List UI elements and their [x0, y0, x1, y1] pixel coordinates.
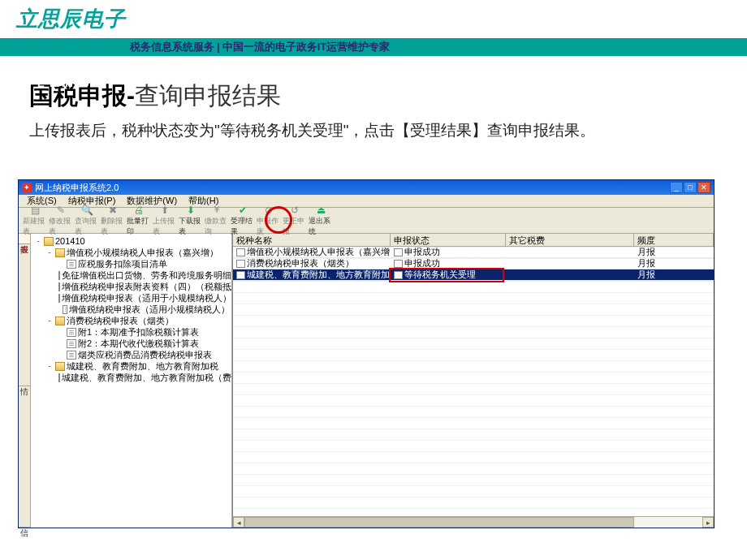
- doc-icon: [67, 339, 76, 348]
- tree-item[interactable]: 烟类应税消费品消费税纳税申报表: [57, 349, 230, 360]
- tb-correct[interactable]: ↺更正申报: [282, 209, 308, 233]
- cell-freq: 月报: [634, 258, 714, 269]
- logo-en: E-LANXUM: [37, 77, 100, 89]
- tree-item[interactable]: 城建税、教育费附加、地方教育附加税（费）申报表: [57, 372, 230, 383]
- scrollbar-horizontal[interactable]: ◂ ▸: [233, 516, 714, 528]
- correct-icon: ↺: [288, 205, 301, 216]
- tagline: 税务信息系统服务|中国一流的电子政务IT运营维护专家: [130, 40, 390, 54]
- doc-icon: [58, 271, 60, 280]
- tb-edit-label: 修改报表: [49, 216, 73, 237]
- tb-print[interactable]: 🖨批量打印: [126, 209, 152, 233]
- col-status[interactable]: 申报状态: [391, 234, 506, 246]
- col-freq[interactable]: 频度: [634, 234, 714, 246]
- menu-data[interactable]: 数据维护(W): [122, 194, 182, 208]
- doc-icon: [67, 351, 76, 360]
- tree-item[interactable]: 增值税纳税申报表附表资料（四）（税额抵减情况表）: [57, 281, 230, 292]
- cell-freq: 月报: [634, 247, 714, 257]
- grid-row[interactable]: 增值税小规模纳税人申报表（嘉兴增） 申报成功 月报: [233, 247, 714, 258]
- scroll-left-button[interactable]: ◂: [233, 517, 244, 528]
- doc-icon: [63, 305, 68, 314]
- cell-other: [506, 258, 634, 269]
- tb-void[interactable]: ⊘申报作废: [256, 209, 282, 233]
- tb-new[interactable]: ▤新建报表: [22, 209, 48, 233]
- grid-row-selected[interactable]: 城建税、教育费附加、地方教育附加税 等待税务机关受理 月报: [233, 269, 714, 281]
- titlebar[interactable]: ✦ 网上纳税申报系统2.0 _ □ ✕: [19, 180, 714, 195]
- tb-download-label: 下载报表: [179, 216, 203, 237]
- tree-item-label: 应税服务扣除项目清单: [78, 258, 167, 269]
- maximize-button[interactable]: □: [684, 182, 697, 193]
- tb-print-label: 批量打印: [127, 216, 151, 237]
- tb-payment[interactable]: ￥缴款查询: [204, 209, 230, 233]
- tb-void-label: 申报作废: [257, 216, 281, 237]
- col-other[interactable]: 其它税费: [506, 234, 634, 246]
- folder-open-icon: [55, 362, 65, 371]
- cell-name: 城建税、教育费附加、地方教育附加税: [233, 269, 391, 280]
- page-desc: 上传报表后，税种状态变为"等待税务机关受理"，点击【受理结果】查询申报结果。: [29, 119, 718, 143]
- tree-root-label: 201410: [55, 235, 85, 247]
- scroll-thumb[interactable]: [244, 517, 634, 528]
- minimize-button[interactable]: _: [670, 182, 683, 193]
- tb-delete[interactable]: ✖删除报表: [100, 209, 126, 233]
- doc-icon: [67, 260, 76, 269]
- tree-group-2-label: 城建税、教育费附加、地方教育附加税: [67, 360, 218, 372]
- tb-correct-label: 更正申报: [283, 216, 307, 237]
- tree-item[interactable]: 增值税纳税申报表（适用于小规模纳税人）附列资料: [57, 292, 230, 304]
- tb-query[interactable]: 🔍查询报表: [74, 209, 100, 233]
- tb-exit[interactable]: ⏏退出系统: [308, 209, 334, 233]
- tree-item[interactable]: 应税服务扣除项目清单: [57, 258, 230, 269]
- doc-icon: [58, 294, 60, 303]
- print-icon: 🖨: [132, 205, 145, 216]
- logo-cn: 立思辰电子: [16, 5, 126, 33]
- tree-item[interactable]: 增值税纳税申报表（适用小规模纳税人）: [57, 304, 230, 315]
- payment-icon: ￥: [210, 205, 223, 216]
- tb-query-label: 查询报表: [75, 216, 99, 237]
- upload-icon: ⬆: [158, 205, 171, 216]
- doc-icon: [58, 373, 60, 382]
- close-button[interactable]: ✕: [697, 182, 710, 193]
- tree-item[interactable]: 免征增值税出口货物、劳务和跨境服务明细表: [57, 269, 230, 281]
- tagline-a: 税务信息系统服务: [130, 41, 214, 53]
- cell-status: 等待税务机关受理: [391, 269, 506, 280]
- doc-icon: [67, 328, 76, 337]
- tree[interactable]: -201410 -增值税小规模纳税人申报表（嘉兴增） 应税服务扣除项目清单 免征…: [32, 235, 230, 383]
- cell-status: 申报成功: [391, 247, 506, 257]
- delete-icon: ✖: [106, 205, 119, 216]
- tree-item[interactable]: 附1：本期准予扣除税额计算表: [57, 326, 230, 338]
- tb-result[interactable]: ✔受理结果: [230, 209, 256, 233]
- tb-delete-label: 删除报表: [101, 216, 125, 237]
- cell-name: 增值税小规模纳税人申报表（嘉兴增）: [233, 247, 391, 257]
- scroll-right-button[interactable]: ▸: [702, 517, 714, 528]
- tb-upload-label: 上传报表: [153, 216, 177, 237]
- exit-icon: ⏏: [314, 205, 327, 216]
- app-window: ✦ 网上纳税申报系统2.0 _ □ ✕ 系统(S) 纳税申报(P) 数据维护(W…: [18, 179, 715, 528]
- tb-edit[interactable]: ✎修改报表: [48, 209, 74, 233]
- vtab-info1[interactable]: 情: [19, 376, 30, 386]
- tree-group-2[interactable]: -城建税、教育费附加、地方教育附加税: [45, 360, 230, 372]
- tb-download[interactable]: ⬇下载报表: [178, 209, 204, 233]
- vtab-info2[interactable]: 信: [19, 517, 30, 528]
- cell-other: [506, 247, 634, 257]
- tree-group-0[interactable]: -增值税小规模纳税人申报表（嘉兴增）: [45, 247, 230, 258]
- folder-open-icon: [55, 248, 65, 257]
- doc-icon: [394, 248, 403, 256]
- folder-open-icon: [44, 237, 54, 246]
- result-icon: ✔: [236, 205, 249, 216]
- menubar: 系统(S) 纳税申报(P) 数据维护(W) 帮助(H): [19, 195, 714, 208]
- tree-item[interactable]: 附2：本期代收代缴税额计算表: [57, 338, 230, 349]
- tb-new-label: 新建报表: [23, 216, 47, 237]
- app-icon: ✦: [22, 183, 32, 192]
- tb-upload[interactable]: ⬆上传报表: [152, 209, 178, 233]
- tb-payment-label: 缴款查询: [205, 216, 229, 237]
- tree-group-1[interactable]: -消费税纳税申报表（烟类）: [45, 315, 230, 326]
- doc-icon: [58, 282, 60, 291]
- tree-root[interactable]: -201410: [34, 235, 230, 247]
- tree-item-label: 免征增值税出口货物、劳务和跨境服务明细表: [62, 269, 232, 281]
- grid-row[interactable]: 消费税纳税申报表（烟类） 申报成功 月报: [233, 258, 714, 269]
- doc-icon: [394, 260, 403, 268]
- tree-item-label: 附2：本期代收代缴税额计算表: [78, 338, 199, 349]
- page-title: 国税申报-查询申报结果: [29, 80, 718, 113]
- cell-other: [506, 269, 634, 280]
- grid-body[interactable]: 增值税小规模纳税人申报表（嘉兴增） 申报成功 月报 消费税纳税申报表（烟类） 申…: [233, 247, 714, 516]
- window-title: 网上纳税申报系统2.0: [35, 182, 670, 194]
- cell-status: 申报成功: [391, 258, 506, 269]
